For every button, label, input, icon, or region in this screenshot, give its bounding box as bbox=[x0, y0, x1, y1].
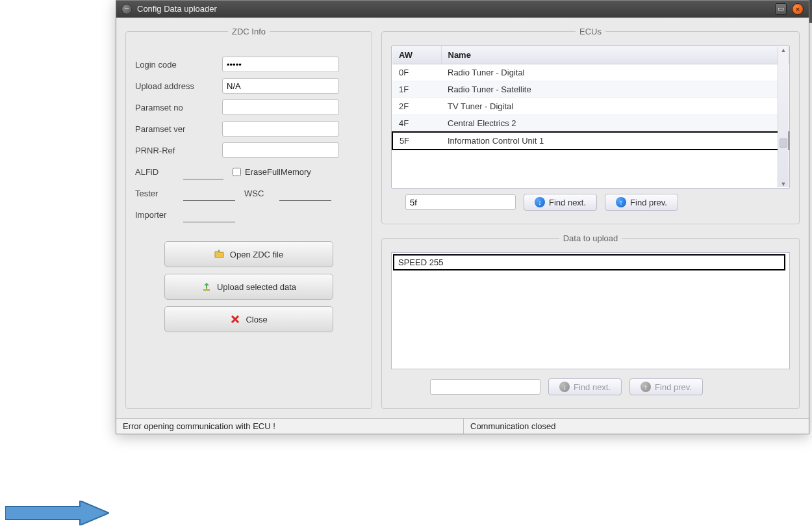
tester-input[interactable] bbox=[183, 185, 235, 201]
alfid-label: ALFiD bbox=[135, 167, 174, 177]
ecu-aw-cell: 5F bbox=[392, 132, 441, 150]
svg-marker-1 bbox=[5, 501, 109, 525]
data-to-upload-list[interactable]: SPEED 255 bbox=[391, 252, 790, 369]
data-find-prev-button[interactable]: ↑ Find prev. bbox=[629, 378, 703, 395]
paramset-no-label: Paramset no bbox=[135, 103, 213, 112]
ecu-aw-cell: 2F bbox=[392, 98, 441, 115]
folder-open-icon bbox=[214, 249, 225, 259]
ecu-aw-cell: 1F bbox=[392, 81, 441, 98]
importer-label: Importer bbox=[135, 210, 174, 220]
config-data-uploader-window: − Config Data uploader ▭ × ZDC Info Logi… bbox=[116, 0, 809, 434]
ecus-table-container: AW Name 0FRadio Tuner - Digital1FRadio T… bbox=[391, 46, 790, 189]
ecu-name-cell: Information Control Unit 1 bbox=[441, 132, 789, 150]
minimize-button[interactable]: ▭ bbox=[775, 3, 787, 15]
login-code-input[interactable] bbox=[222, 57, 339, 72]
zdc-info-legend: ZDC Info bbox=[228, 27, 270, 36]
importer-input[interactable] bbox=[183, 207, 235, 222]
arrow-down-icon: ↓ bbox=[559, 382, 570, 392]
open-zdc-file-button[interactable]: Open ZDC file bbox=[164, 241, 333, 267]
data-search-input[interactable] bbox=[430, 379, 540, 395]
paramset-ver-input[interactable] bbox=[222, 121, 339, 137]
table-row[interactable]: 1FRadio Tuner - Satellite bbox=[392, 81, 789, 98]
table-row[interactable]: 0FRadio Tuner - Digital bbox=[392, 64, 789, 81]
scroll-down-icon[interactable]: ▼ bbox=[781, 181, 787, 187]
paramset-ver-label: Paramset ver bbox=[135, 124, 213, 134]
tester-label: Tester bbox=[135, 189, 174, 198]
data-find-next-button[interactable]: ↓ Find next. bbox=[548, 378, 622, 395]
status-left: Error opening communication with ECU ! bbox=[116, 419, 464, 434]
arrow-up-icon: ↑ bbox=[616, 197, 626, 207]
ecus-legend: ECUs bbox=[576, 27, 605, 36]
ecu-name-cell: Radio Tuner - Digital bbox=[441, 64, 789, 81]
scroll-up-icon[interactable]: ▲ bbox=[781, 47, 787, 53]
close-window-button[interactable]: × bbox=[792, 3, 804, 15]
list-item[interactable]: SPEED 255 bbox=[393, 254, 785, 270]
zdc-info-panel: ZDC Info Login code Upload address Param… bbox=[125, 27, 372, 409]
table-row[interactable]: 4FCentral Electrics 2 bbox=[392, 115, 789, 133]
wsc-input[interactable] bbox=[279, 185, 331, 201]
status-bar: Error opening communication with ECU ! C… bbox=[116, 418, 809, 434]
erase-full-memory-checkbox[interactable] bbox=[233, 168, 241, 176]
prnr-ref-input[interactable] bbox=[222, 142, 339, 158]
ecu-aw-cell: 0F bbox=[392, 64, 441, 81]
prnr-ref-label: PRNR-Ref bbox=[135, 146, 213, 155]
ecu-aw-cell: 4F bbox=[392, 115, 441, 133]
upload-address-input[interactable] bbox=[222, 78, 339, 94]
upload-address-label: Upload address bbox=[135, 81, 213, 91]
status-right: Communication closed bbox=[464, 419, 563, 434]
ecu-name-cell: Central Electrics 2 bbox=[441, 115, 789, 133]
upload-selected-data-button[interactable]: Upload selected data bbox=[164, 274, 333, 300]
ecus-table[interactable]: AW Name 0FRadio Tuner - Digital1FRadio T… bbox=[392, 46, 789, 150]
scroll-thumb[interactable] bbox=[780, 138, 787, 148]
ecus-find-next-button[interactable]: ↓ Find next. bbox=[524, 194, 597, 211]
window-title: Config Data uploader bbox=[137, 4, 217, 14]
ecus-scrollbar[interactable]: ▲ ▼ bbox=[778, 47, 789, 187]
table-row[interactable]: 5FInformation Control Unit 1 bbox=[392, 132, 789, 150]
table-row[interactable]: 2FTV Tuner - Digital bbox=[392, 98, 789, 115]
annotation-arrow-icon bbox=[5, 501, 109, 525]
ecu-name-cell: TV Tuner - Digital bbox=[441, 98, 789, 115]
close-button[interactable]: Close bbox=[164, 306, 333, 332]
ecu-name-cell: Radio Tuner - Satellite bbox=[441, 81, 789, 98]
svg-rect-0 bbox=[203, 289, 210, 291]
data-to-upload-legend: Data to upload bbox=[559, 233, 622, 243]
ecus-col-aw[interactable]: AW bbox=[392, 46, 441, 64]
ecus-search-input[interactable] bbox=[405, 194, 516, 210]
alfid-input[interactable] bbox=[183, 164, 223, 179]
upload-icon bbox=[201, 282, 212, 292]
wsc-label: WSC bbox=[244, 189, 270, 198]
ecus-col-name[interactable]: Name bbox=[441, 46, 789, 64]
login-code-label: Login code bbox=[135, 60, 213, 70]
ecus-find-prev-button[interactable]: ↑ Find prev. bbox=[605, 194, 678, 211]
paramset-no-input[interactable] bbox=[222, 99, 339, 115]
arrow-up-icon: ↑ bbox=[641, 382, 651, 392]
erase-full-memory-label: EraseFullMemory bbox=[245, 167, 311, 177]
ecus-panel: ECUs AW Name 0FRadio Tuner - Digital1FRa… bbox=[381, 27, 800, 224]
arrow-down-icon: ↓ bbox=[535, 197, 545, 207]
titlebar[interactable]: − Config Data uploader ▭ × bbox=[116, 1, 809, 18]
system-menu-icon[interactable]: − bbox=[121, 4, 132, 14]
close-icon bbox=[230, 314, 240, 324]
data-to-upload-panel: Data to upload SPEED 255 ↓ Find next. ↑ … bbox=[381, 233, 800, 409]
